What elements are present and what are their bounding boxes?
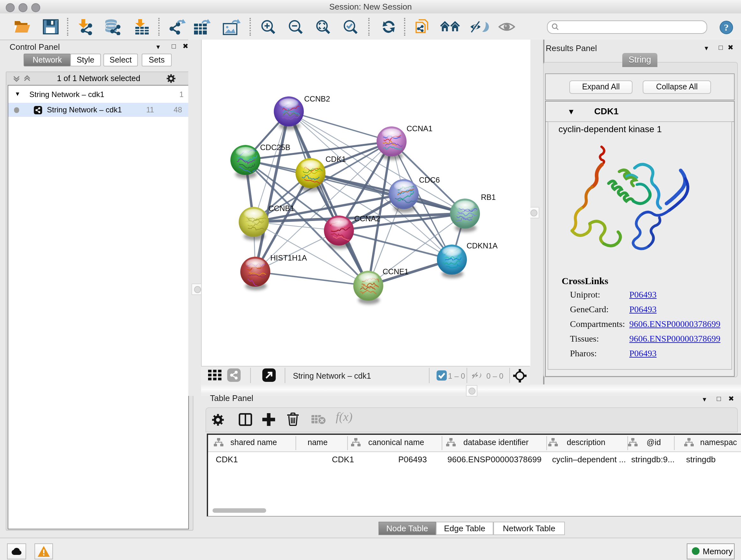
svg-text:CDC6: CDC6 [419,176,440,184]
svg-text:?: ? [724,22,729,33]
svg-text:CCNB1: CCNB1 [268,204,294,212]
svg-text:CDKN1A: CDKN1A [467,241,497,250]
svg-text:CCNB2: CCNB2 [304,95,330,103]
svg-text:CDK1: CDK1 [326,155,346,164]
svg-text:CCNA2: CCNA2 [354,214,380,223]
svg-text:HIST1H1A: HIST1H1A [270,253,307,262]
svg-text:CDC25B: CDC25B [260,143,290,152]
svg-text:RB1: RB1 [481,193,496,201]
svg-text:CCNA1: CCNA1 [407,124,432,133]
svg-text:CCNE1: CCNE1 [383,267,408,276]
